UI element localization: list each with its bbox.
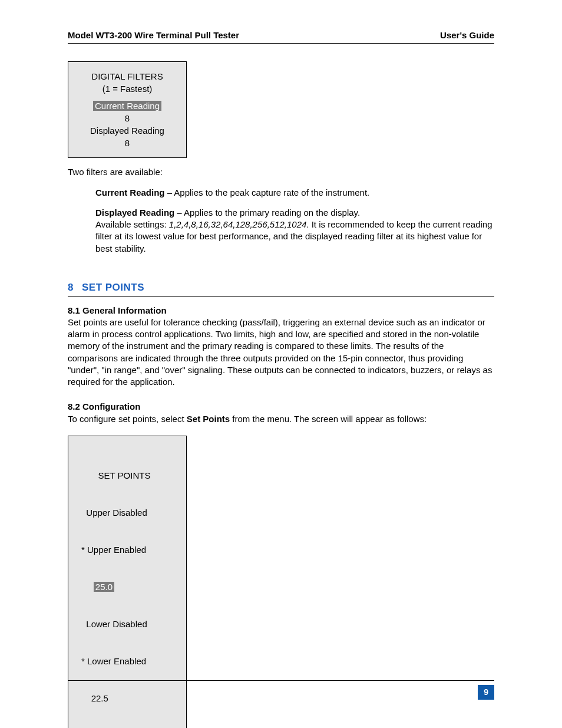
displayed-reading-desc: – Applies to the primary reading on the … <box>174 207 360 218</box>
sub-8-2-body: To configure set points, select Set Poin… <box>68 413 494 425</box>
page-number: 9 <box>478 685 494 700</box>
lcd1-displayed-reading-value: 8 <box>74 137 180 149</box>
lcd2-upper-value: 25.0 <box>94 582 114 592</box>
sub-8-1-heading: 8.1 General Information <box>68 305 494 317</box>
lcd2-row6: 22.5 <box>81 692 180 704</box>
displayed-reading-paragraph: Displayed Reading – Applies to the prima… <box>95 207 494 255</box>
sub82-pre: To configure set points, select <box>68 414 187 424</box>
settings-list: 1,2,4,8,16,32,64,128,256,512,1024. <box>169 219 309 229</box>
lcd2-row4: Lower Disabled <box>81 618 180 630</box>
header-title-left: Model WT3-200 Wire Terminal Pull Tester <box>68 29 239 41</box>
current-reading-paragraph: Current Reading – Applies to the peak ca… <box>95 187 494 199</box>
page-header: Model WT3-200 Wire Terminal Pull Tester … <box>68 29 494 44</box>
lcd1-current-reading-value: 8 <box>74 112 180 124</box>
section-title: SET POINTS <box>82 282 144 293</box>
lcd2-row5: * Lower Enabled <box>81 655 180 667</box>
sub-8-1-body: Set points are useful for tolerance chec… <box>68 317 494 388</box>
header-title-right: User's Guide <box>440 29 494 41</box>
lcd1-current-reading-label: Current Reading <box>93 101 161 111</box>
section-number: 8 <box>68 282 74 293</box>
current-reading-desc: – Applies to the peak capture rate of th… <box>165 187 370 197</box>
lcd1-title: DIGITAL FILTERS <box>74 70 180 83</box>
footer-rule <box>68 680 494 681</box>
displayed-reading-label: Displayed Reading <box>95 207 174 218</box>
settings-pre: Available settings: <box>95 219 169 229</box>
sub82-post: from the menu. The screen will appear as… <box>230 414 427 424</box>
lcd2-title: SET POINTS <box>68 469 180 482</box>
sub82-bold: Set Points <box>187 414 230 424</box>
lcd2-row2: * Upper Enabled <box>81 543 180 556</box>
lcd2-row1: Upper Disabled <box>81 506 180 519</box>
lcd-digital-filters: DIGITAL FILTERS (1 = Fastest) Current Re… <box>68 61 187 158</box>
section-8-heading: 8SET POINTS <box>68 281 494 297</box>
lcd1-displayed-reading-label: Displayed Reading <box>74 124 180 137</box>
filters-intro: Two filters are available: <box>68 166 494 178</box>
current-reading-label: Current Reading <box>95 187 165 197</box>
sub-8-2-heading: 8.2 Configuration <box>68 401 494 413</box>
lcd-set-points: SET POINTS Upper Disabled * Upper Enable… <box>68 436 187 728</box>
lcd1-subtitle: (1 = Fastest) <box>74 83 180 95</box>
